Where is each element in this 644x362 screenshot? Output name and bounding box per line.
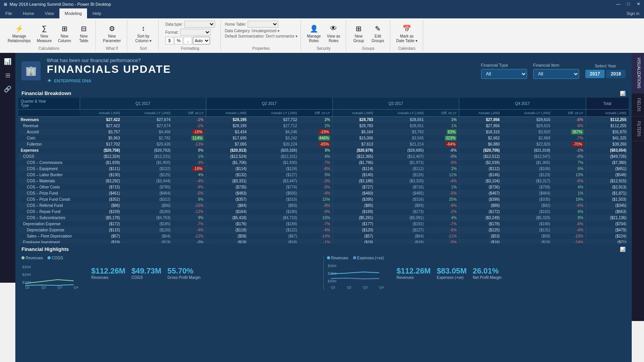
kpi-gpm-label: Gross Profit Margin [168,275,200,280]
financial-item-filter: Financial Item All COGS Revenue Other [533,63,579,79]
comma-button[interactable]: , [184,37,192,44]
mark-as-date-table-button[interactable]: 📅 Mark asDate Table ▾ [394,22,420,44]
calendar-icon: 📅 [401,23,412,34]
svg-text:Q3: Q3 [58,285,62,289]
kpi-expenses-value: $83.05M [437,267,467,275]
financial-type-filter: Financial Type All Revenue Expenses [481,63,527,79]
kpi-npm: 26.01% Net Profit Margin [473,267,501,280]
svg-text:Q1: Q1 [25,285,30,289]
home-table-row: Home Table: [225,21,278,28]
new-group-button[interactable]: ⊞ NewGroup [350,22,368,44]
highlights-header: Financial Highlights 📊 [18,246,629,253]
new-parameter-button[interactable]: ⚙ NewParameter [101,22,123,44]
breakdown-section-header: Financial Breakdown 📊 [15,89,632,98]
edit-groups-button[interactable]: ✎ EditGroups [369,22,387,44]
year-2017-button[interactable]: 2017 [585,70,605,78]
ribbon-calendars-items: 📅 Mark asDate Table ▾ [394,21,420,46]
left-kpis: $112.26M Revenues $49.73M COGS 55.70% Gr… [91,267,200,280]
kpi-gpm: 55.70% Gross Profit Margin [168,267,200,280]
column-icon: ⊞ [59,23,70,34]
parameter-icon: ⚙ [107,23,117,34]
window-title: May 2018 Learning Summit Demo - Power BI… [10,2,111,7]
format-row: Format: [165,29,210,36]
close-button[interactable]: ✕ [636,2,641,7]
svg-text:Q4: Q4 [379,285,384,289]
properties-label: Properties [252,46,270,51]
ribbon-groups-items: ⊞ NewGroup ✎ EditGroups [350,21,387,46]
table-row: Depreciation Expense ($172) ($185) -7% (… [18,221,629,227]
signin-button[interactable]: Sign in [626,8,644,18]
view-roles-icon: 👁 [328,23,339,34]
title-bar: 🖥 May 2018 Learning Summit Demo - Power … [0,0,644,8]
new-table-button[interactable]: ⊟ NewTable [75,22,92,44]
table-row: Depreciation Expense ($115) ($120) -4% (… [18,227,629,233]
tab-help[interactable]: Help [87,8,107,18]
new-measure-button[interactable]: ∑ NewMeasure [34,22,54,44]
window-controls[interactable]: — □ ✕ [616,2,641,7]
financial-table-scroll[interactable]: Quarter & YearType Q1 2017 Q2 2017 Q3 20… [18,98,629,243]
kpi-cogs-value: $49.73M [131,267,161,275]
maximize-button[interactable]: □ [626,2,631,7]
table-row: Sales – Fleet Depreciation ($57) ($64) -… [18,233,629,239]
dollar-button[interactable]: $ [165,37,174,44]
svg-text:Q3: Q3 [363,285,368,289]
highlights-chart-icon[interactable]: 📊 [620,247,626,252]
app-icon: 🖥 [3,2,7,7]
whatif-label: What If [106,46,118,51]
roles-icon: 👤 [309,23,319,34]
kpi-expenses: $83.05M Expenses (+ve) [437,267,467,280]
tab-file[interactable]: File [0,8,18,18]
ribbon-properties-items: Home Table: Data Category: Uncategorized… [225,21,297,46]
tab-home[interactable]: Home [18,8,39,18]
format-select[interactable] [180,29,211,36]
relationship-view-icon[interactable]: 🔗 [2,84,13,94]
ribbon-group-groups: ⊞ NewGroup ✎ EditGroups Groups [347,20,390,51]
table-row: Revenue $27,422 $27,674 -1% $28,195 $27,… [18,123,629,129]
title-bar-left: 🖥 May 2018 Learning Summit Demo - Power … [3,2,111,7]
right-sidebar: VISUALIZATIONS FIELDS FILTERS [632,53,644,321]
ribbon-formatting-items: Data type: Format: $ % , Auto [165,21,215,46]
tab-view[interactable]: View [39,8,59,18]
new-column-button[interactable]: ⊞ NewColumn [56,22,73,44]
financial-item-select[interactable]: All COGS Revenue Other [533,69,579,79]
minimize-button[interactable]: — [616,2,621,7]
data-type-row: Data type: [165,21,215,28]
measure-icon: ∑ [39,23,50,34]
financial-type-select[interactable]: All Revenue Expenses [481,69,527,79]
manage-relationships-button[interactable]: ⚡ ManageRelationships [5,22,33,44]
breakdown-chart-icon[interactable]: 📊 [620,91,626,96]
ribbon: File Home View Modeling Help Sign in ⚡ M… [0,8,644,53]
col-q3-header: Q3 2017 [333,98,459,110]
ribbon-tabs: File Home View Modeling Help Sign in [0,8,644,18]
auto-select[interactable]: Auto [193,37,210,44]
data-view-icon[interactable]: ⊞ [2,70,13,80]
edit-groups-icon: ✎ [373,23,383,34]
calendars-label: Calendars [398,46,416,51]
report-logo: 🏢 [21,61,41,80]
report-header: 🏢 What has been our financial performanc… [15,53,632,89]
percent-button[interactable]: % [174,37,183,44]
kpi-right-revenues-value: $112.26M [397,267,431,275]
table-row: Expenses ($20,758) ($20,702) 0% ($20,913… [18,147,629,154]
sort-label: Sort [140,46,147,51]
formatting-label: Formatting [181,46,199,51]
kpi-gpm-value: 55.70% [168,267,200,275]
col-q4-header: Q4 2017 [459,98,586,110]
highlights-section: Financial Highlights 📊 Revenues COGS Q1 … [15,246,632,293]
filters-tab[interactable]: FILTERS [632,116,644,141]
tab-modeling[interactable]: Modeling [59,8,87,18]
view-as-roles-button[interactable]: 👁 View asRoles [325,22,343,44]
report-view-icon[interactable]: 📊 [2,56,13,67]
home-table-select[interactable] [248,21,278,28]
sort-by-column-button[interactable]: ↕ Sort byColumn ▾ [133,22,154,44]
visualizations-tab[interactable]: VISUALIZATIONS [632,53,644,93]
fields-tab[interactable]: FIELDS [632,93,644,116]
right-highlights: Revenues Expenses (+ve) Q1 Q2 Q3 Q4 $30M… [327,256,626,290]
col-q1-header: Q1 2017 [80,98,206,110]
table-row: Accord $3,757 $4,466 -16% $3,434 $4,246 … [18,129,629,135]
data-type-select[interactable] [184,21,215,28]
manage-roles-button[interactable]: 👤 ManageRoles [305,22,323,44]
year-2018-button[interactable]: 2018 [606,70,626,78]
svg-text:$10M: $10M [22,280,31,284]
table-header-row: Quarter & YearType Q1 2017 Q2 2017 Q3 20… [18,98,629,110]
